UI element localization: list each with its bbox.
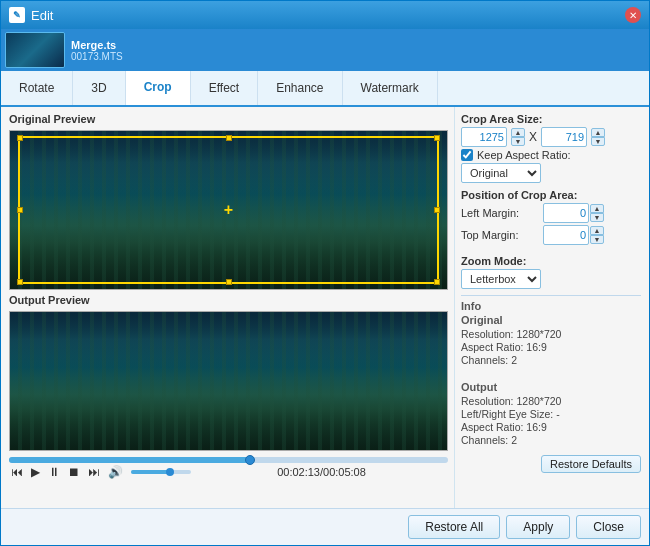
pause-button[interactable]: ⏸ [46,465,62,479]
skip-back-button[interactable]: ⏮ [9,465,25,479]
skip-forward-button[interactable]: ⏭ [86,465,102,479]
original-channels: Channels: 2 [461,354,641,366]
top-margin-spin-down[interactable]: ▼ [590,235,604,244]
original-group-label: Original [461,314,641,326]
app-icon: ✎ [9,7,25,23]
close-button[interactable]: Close [576,515,641,539]
output-channels: Channels: 2 [461,434,641,446]
left-margin-spinbox: ▲ ▼ [590,204,604,222]
left-margin-spin-down[interactable]: ▼ [590,213,604,222]
output-preview-section: Output Preview [9,294,448,451]
close-window-button[interactable]: ✕ [625,7,641,23]
output-resolution: Resolution: 1280*720 [461,395,641,407]
top-margin-row: Top Margin: ▲ ▼ [461,225,641,245]
tab-enhance[interactable]: Enhance [258,71,342,105]
position-section: Position of Crop Area: Left Margin: ▲ ▼ … [461,189,641,247]
controls-row: ⏮ ▶ ⏸ ⏹ ⏭ 🔊 00:02:13/00:05:08 [9,465,448,479]
keep-aspect-label: Keep Aspect Ratio: [477,149,571,161]
aspect-ratio-dropdown[interactable]: Original [461,163,541,183]
progress-fill [9,457,250,463]
original-preview: + [9,130,448,290]
progress-track[interactable] [9,457,448,463]
volume-thumb[interactable] [166,468,174,476]
keep-aspect-checkbox[interactable] [461,149,473,161]
tab-watermark[interactable]: Watermark [343,71,438,105]
bottom-bar: Restore All Apply Close [1,508,649,545]
width-spin-down[interactable]: ▼ [511,137,525,146]
position-label: Position of Crop Area: [461,189,641,201]
volume-track[interactable] [131,470,191,474]
volume-icon: 🔊 [106,465,125,479]
apply-button[interactable]: Apply [506,515,570,539]
play-button[interactable]: ▶ [29,465,42,479]
left-margin-input-wrap: ▲ ▼ [543,203,604,223]
height-spin-down[interactable]: ▼ [591,137,605,146]
crop-size-row: ▲ ▼ X ▲ ▼ [461,127,641,147]
tab-3d[interactable]: 3D [73,71,125,105]
restore-defaults-wrap: Restore Defaults [461,455,641,473]
file-thumbnail[interactable] [5,32,65,68]
top-margin-spinbox: ▲ ▼ [590,226,604,244]
title-bar: ✎ Edit ✕ [1,1,649,29]
info-label: Info [461,300,641,312]
zoom-section: Zoom Mode: Letterbox [461,255,641,289]
window-title: Edit [31,8,625,23]
crop-height-input[interactable] [541,127,587,147]
thumbnail-image [6,33,64,67]
top-margin-input[interactable] [543,225,589,245]
original-resolution: Resolution: 1280*720 [461,328,641,340]
info-section: Info Original Resolution: 1280*720 Aspec… [461,295,641,447]
top-margin-label: Top Margin: [461,229,539,241]
left-margin-input[interactable] [543,203,589,223]
x-separator: X [529,130,537,144]
progress-thumb[interactable] [245,455,255,465]
tab-rotate[interactable]: Rotate [1,71,73,105]
crop-area-size-section: Crop Area Size: ▲ ▼ X ▲ ▼ Ke [461,113,641,183]
keep-aspect-row: Keep Aspect Ratio: [461,149,641,161]
playback-bar: ⏮ ▶ ⏸ ⏹ ⏭ 🔊 00:02:13/00:05:08 [9,455,448,481]
left-panel: Original Preview + [1,107,454,508]
tab-crop[interactable]: Crop [126,71,191,105]
file-info: Merge.ts 00173.MTS [71,39,123,62]
width-spinbox: ▲ ▼ [511,128,525,146]
right-panel: Crop Area Size: ▲ ▼ X ▲ ▼ Ke [454,107,649,508]
file-secondary-name: 00173.MTS [71,51,123,62]
original-preview-label: Original Preview [9,113,448,125]
zoom-mode-label: Zoom Mode: [461,255,641,267]
edit-window: ✎ Edit ✕ Merge.ts 00173.MTS Rotate 3D Cr… [0,0,650,546]
tabs-bar: Rotate 3D Crop Effect Enhance Watermark [1,71,649,107]
zoom-mode-dropdown[interactable]: Letterbox [461,269,541,289]
tab-effect[interactable]: Effect [191,71,258,105]
file-strip: Merge.ts 00173.MTS [1,29,649,71]
left-margin-label: Left Margin: [461,207,539,219]
original-preview-image [10,131,447,289]
original-preview-section: Original Preview + [9,113,448,290]
output-preview-image [10,312,447,450]
time-display: 00:02:13/00:05:08 [195,466,448,478]
output-preview [9,311,448,451]
top-margin-spin-up[interactable]: ▲ [590,226,604,235]
restore-defaults-button[interactable]: Restore Defaults [541,455,641,473]
height-spin-up[interactable]: ▲ [591,128,605,137]
file-primary-name: Merge.ts [71,39,123,51]
left-margin-row: Left Margin: ▲ ▼ [461,203,641,223]
left-margin-spin-up[interactable]: ▲ [590,204,604,213]
output-eye-size: Left/Right Eye Size: - [461,408,641,420]
stop-button[interactable]: ⏹ [66,465,82,479]
output-group-label: Output [461,381,641,393]
output-preview-label: Output Preview [9,294,448,306]
window-controls: ✕ [625,7,641,23]
height-spinbox: ▲ ▼ [591,128,605,146]
output-aspect: Aspect Ratio: 16:9 [461,421,641,433]
volume-fill [131,470,170,474]
crop-area-size-label: Crop Area Size: [461,113,641,125]
original-aspect: Aspect Ratio: 16:9 [461,341,641,353]
content-area: Original Preview + [1,107,649,508]
restore-all-button[interactable]: Restore All [408,515,500,539]
crop-width-input[interactable] [461,127,507,147]
top-margin-input-wrap: ▲ ▼ [543,225,604,245]
width-spin-up[interactable]: ▲ [511,128,525,137]
